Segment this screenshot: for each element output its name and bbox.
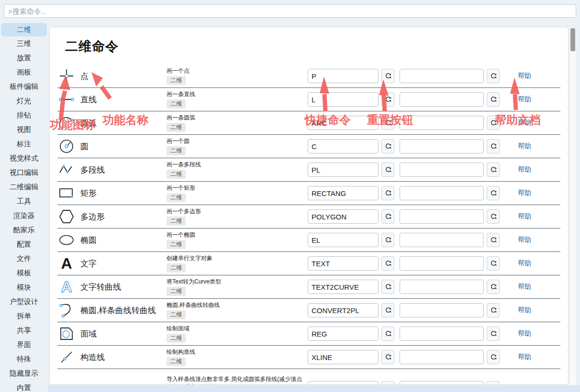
help-link[interactable]: 帮助 (513, 72, 536, 80)
help-link[interactable]: 帮助 (513, 119, 536, 127)
shortcut-input[interactable] (308, 233, 379, 247)
reset-button[interactable] (381, 256, 394, 271)
help-link[interactable]: 帮助 (513, 329, 536, 338)
sidebar-item-25[interactable]: 隐藏显示 (0, 366, 48, 381)
shortcut-input[interactable] (308, 350, 379, 364)
reset-button[interactable] (381, 92, 394, 107)
line-icon (57, 91, 76, 108)
reset-button[interactable] (381, 139, 394, 153)
reset-button-secondary[interactable] (487, 280, 500, 294)
help-link[interactable]: 帮助 (513, 259, 536, 268)
shortcut-input[interactable] (308, 116, 379, 130)
reset-button[interactable] (381, 163, 394, 177)
reset-button[interactable] (381, 233, 394, 247)
sidebar-item-14[interactable]: 渲染器 (0, 208, 48, 223)
sidebar-item-21[interactable]: 拆单 (0, 309, 48, 323)
reset-button-secondary[interactable] (487, 92, 500, 107)
help-link[interactable]: 帮助 (513, 283, 536, 291)
category-badge: 二维 (167, 263, 186, 272)
help-link[interactable]: 帮助 (513, 189, 536, 197)
sidebar-item-3[interactable]: 放置 (0, 51, 48, 65)
sidebar-item-12[interactable]: 二维编辑 (0, 180, 48, 194)
sidebar-item-22[interactable]: 共享 (0, 323, 48, 338)
reset-button-secondary[interactable] (487, 139, 500, 153)
shortcut-input-secondary[interactable] (400, 350, 484, 364)
vertical-scrollbar[interactable] (570, 27, 576, 385)
sidebar-item-16[interactable]: 配置 (0, 237, 48, 251)
shortcut-input-secondary[interactable] (400, 92, 484, 107)
shortcut-input[interactable] (308, 280, 379, 294)
sidebar-item-2[interactable]: 三维 (0, 36, 48, 51)
sidebar-item-20[interactable]: 户型设计 (0, 294, 48, 309)
shortcut-input[interactable] (308, 186, 379, 200)
shortcut-input[interactable] (308, 209, 379, 224)
shortcut-input[interactable] (308, 381, 379, 385)
help-link[interactable]: 帮助 (513, 142, 536, 151)
shortcut-input[interactable] (308, 69, 379, 83)
shortcut-input-secondary[interactable] (400, 327, 484, 341)
reset-button[interactable] (381, 69, 394, 83)
reset-button[interactable] (381, 303, 394, 317)
shortcut-input-secondary[interactable] (400, 381, 484, 385)
shortcut-input-secondary[interactable] (400, 303, 484, 317)
reset-button-secondary[interactable] (487, 116, 500, 130)
sidebar-item-24[interactable]: 特殊 (0, 352, 48, 366)
shortcut-input-secondary[interactable] (400, 209, 484, 224)
sidebar-item-8[interactable]: 视图 (0, 122, 48, 137)
reset-button[interactable] (381, 350, 394, 364)
reset-button[interactable] (381, 186, 394, 200)
reset-button-secondary[interactable] (487, 69, 500, 83)
reset-button[interactable] (381, 327, 394, 341)
shortcut-input-secondary[interactable] (400, 256, 484, 271)
sidebar-item-1[interactable]: 二维 (1, 23, 47, 36)
reset-button-secondary[interactable] (487, 163, 500, 177)
shortcut-input[interactable] (308, 92, 379, 107)
sidebar-item-13[interactable]: 工具 (0, 194, 48, 208)
reset-button-secondary[interactable] (487, 381, 500, 385)
help-link[interactable]: 帮助 (513, 212, 536, 221)
reset-button-secondary[interactable] (487, 350, 500, 364)
sidebar-item-7[interactable]: 排钻 (0, 108, 48, 122)
shortcut-input-secondary[interactable] (400, 116, 484, 130)
sidebar-item-5[interactable]: 板件编辑 (0, 79, 48, 94)
shortcut-input-secondary[interactable] (400, 139, 484, 153)
shortcut-input[interactable] (308, 139, 379, 153)
shortcut-input-secondary[interactable] (400, 69, 484, 83)
reset-button-secondary[interactable] (487, 256, 500, 271)
help-link[interactable]: 帮助 (513, 306, 536, 315)
reset-button-secondary[interactable] (487, 186, 500, 200)
shortcut-input-secondary[interactable] (400, 186, 484, 200)
help-link[interactable]: 帮助 (513, 353, 536, 361)
shortcut-input[interactable] (308, 303, 379, 317)
reset-button[interactable] (381, 280, 394, 294)
sidebar-item-15[interactable]: 酷家乐 (0, 223, 48, 237)
help-link[interactable]: 帮助 (513, 95, 536, 104)
sidebar-item-11[interactable]: 视口编辑 (0, 165, 48, 180)
scrollbar-thumb[interactable] (570, 28, 575, 51)
shortcut-input-secondary[interactable] (400, 163, 484, 177)
reset-button-secondary[interactable] (487, 327, 500, 341)
sidebar-item-26[interactable]: 内置 (0, 381, 48, 392)
help-link[interactable]: 帮助 (513, 165, 536, 174)
sidebar-item-18[interactable]: 模板 (0, 266, 48, 280)
shortcut-input-secondary[interactable] (400, 280, 484, 294)
sidebar-item-23[interactable]: 界面 (0, 338, 48, 352)
sidebar-item-10[interactable]: 视觉样式 (0, 151, 48, 165)
shortcut-input[interactable] (308, 327, 379, 341)
sidebar-item-4[interactable]: 画板 (0, 65, 48, 79)
reset-button-secondary[interactable] (487, 209, 500, 224)
search-input[interactable] (4, 4, 576, 18)
reset-button-secondary[interactable] (487, 233, 500, 247)
reset-button[interactable] (381, 209, 394, 224)
shortcut-input-secondary[interactable] (400, 233, 484, 247)
sidebar-item-9[interactable]: 标注 (0, 137, 48, 151)
sidebar-item-6[interactable]: 灯光 (0, 94, 48, 108)
sidebar-item-17[interactable]: 文件 (0, 251, 48, 266)
reset-button-secondary[interactable] (487, 303, 500, 317)
shortcut-input[interactable] (308, 163, 379, 177)
help-link[interactable]: 帮助 (513, 236, 536, 244)
sidebar-item-19[interactable]: 模块 (0, 280, 48, 294)
shortcut-input[interactable] (308, 256, 379, 271)
reset-button[interactable] (381, 116, 394, 130)
reset-button[interactable] (381, 381, 394, 385)
